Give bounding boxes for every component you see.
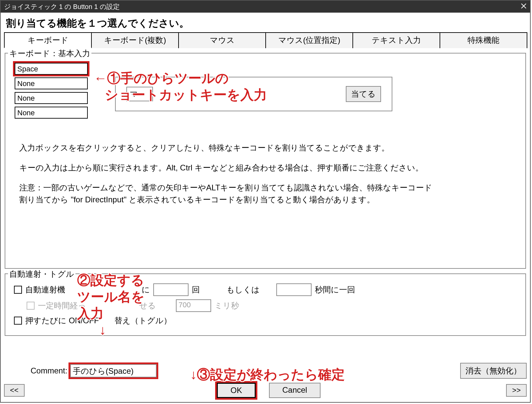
stop-after-unit: ミリ秒 [214,300,239,311]
stop-after-tail: せる [139,300,156,311]
autofire-checkbox[interactable] [14,286,22,294]
key-input-2[interactable]: None [15,77,88,89]
stop-after-main: 一定時間経っ [38,300,86,311]
key-input-4[interactable]: None [15,107,88,119]
tab-keyboard[interactable]: キーボード [4,32,92,48]
tab-mouse[interactable]: マウス [178,32,266,48]
comment-input[interactable]: 手のひら(Space) [70,364,157,377]
next-button[interactable]: >> [506,384,527,397]
clear-button[interactable]: 消去（無効化） [460,363,527,379]
help-line-3: 注意：一部の古いゲームなどで、通常の矢印キーやALTキーを割り当てても認識されな… [19,182,511,206]
ok-button[interactable]: OK [217,383,256,398]
autofire-tail-label: に [142,284,150,295]
stop-after-row: 一定時間経っ せる 700 ミリ秒 [27,299,517,312]
help-text: 入力ボックスを右クリックすると、クリアしたり、特殊なキーコードを割り当てることが… [19,142,511,206]
autofire-unit2: 秒間に一回 [315,284,355,295]
comment-label: Comment: [31,366,67,375]
group-autofire-toggle: 自動連射・トグル 自動連射機 に 回 もしくは 秒間に一回 一定時間経っ せる [5,273,526,336]
client-area: 割り当てる機能を１つ選んでください。 キーボード キーボード(複数) マウス マ… [1,13,530,402]
tab-strip: キーボード キーボード(複数) マウス マウス(位置指定) テキスト入力 特殊機… [4,32,527,48]
group-keyboard-basic-legend: キーボード：基本入力 [8,48,91,59]
autofire-row: 自動連射機 に 回 もしくは 秒間に一回 [14,283,517,296]
toggle-label: 押すたびに ON/OFF 替え（トグル） [25,315,172,326]
comment-row: Comment: 手のひら(Space) 消去（無効化） [4,363,527,379]
bottom-row: << OK Cancel >> [4,383,527,398]
autofire-count-input[interactable] [153,283,189,296]
group-keyboard-basic: キーボード：基本入力 Space None None None マ 当てる 入力… [5,53,526,269]
tab-special[interactable]: 特殊機能 [440,32,527,48]
cancel-button[interactable]: Cancel [269,383,321,398]
tab-mouse-position[interactable]: マウス(位置指定) [265,32,353,48]
tab-keyboard-multi[interactable]: キーボード(複数) [91,32,179,48]
autofire-seconds-input[interactable] [276,283,312,296]
stop-after-checkbox [27,302,35,310]
stop-after-ms-input: 700 [176,299,211,312]
tab-text-input[interactable]: テキスト入力 [352,32,440,48]
key-input-3[interactable]: None [15,92,88,104]
close-icon[interactable] [521,3,527,11]
toggle-checkbox[interactable] [14,317,22,325]
titlebar: ジョイスティック 1 の Button 1 の設定 [1,1,530,13]
assign-left-box[interactable]: マ [126,87,153,101]
prev-button[interactable]: << [4,384,25,397]
autofire-main-label: 自動連射機 [25,284,65,295]
assign-button[interactable]: 当てる [346,86,381,102]
assign-panel: マ 当てる [115,77,392,111]
toggle-row: 押すたびに ON/OFF 替え（トグル） [14,315,517,326]
key-input-1[interactable]: Space [15,63,88,75]
autofire-or: もしくは [226,284,260,295]
autofire-unit1: 回 [192,284,200,295]
page-heading: 割り当てる機能を１つ選んでください。 [6,17,525,30]
help-line-2: キーの入力は上から順に実行されます。Alt, Ctrl キーなどと組み合わせる場… [19,162,511,174]
help-line-1: 入力ボックスを右クリックすると、クリアしたり、特殊なキーコードを割り当てることが… [19,142,511,154]
group-autofire-legend: 自動連射・トグル [8,269,75,279]
window-title: ジョイスティック 1 の Button 1 の設定 [4,2,120,11]
